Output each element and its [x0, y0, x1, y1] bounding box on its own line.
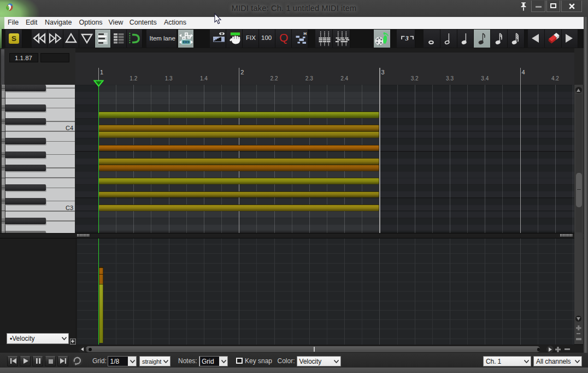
svg-text:H: H [304, 31, 307, 36]
svg-text:3: 3 [405, 34, 409, 42]
